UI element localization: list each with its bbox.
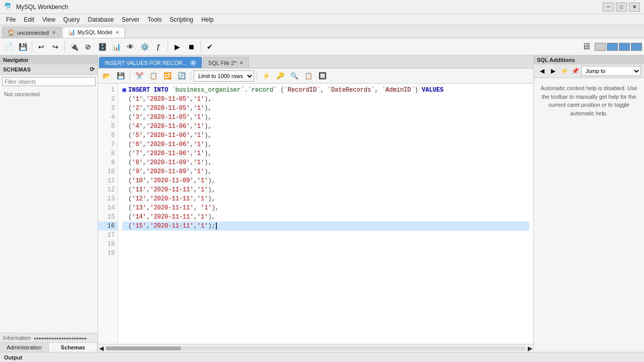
line-6: 6 [98,131,118,140]
qtb-redo-btn[interactable]: 📋 [147,70,160,82]
tb-close-conn-btn[interactable]: ⊘ [82,40,95,53]
sa-toggle-btn[interactable]: ⚡ [559,66,569,76]
query-tab-insert-close[interactable]: ✕ [190,60,196,66]
scroll-left-btn[interactable]: ◀ [99,345,104,352]
tab-unconnected[interactable]: 🏠 unconnected ✕ [2,27,61,38]
app-icon: 🐬 [4,3,13,12]
close-button[interactable]: ✕ [629,3,640,12]
tb-undo-btn[interactable]: ↩ [35,40,48,53]
qtb-exec-btn[interactable]: ⚡ [260,70,273,82]
schemas-title: SCHEMAS [3,66,31,73]
sidebar-tab-administration[interactable]: Administration [0,343,49,352]
tab-mysql-model[interactable]: 📊 MySQL Model ✕ [62,27,125,38]
qtb-format-btn[interactable]: 📋 [302,70,315,82]
code-line-5: ('4','2020-11-06','1'), [122,122,529,131]
tb-table-btn[interactable]: 📊 [110,40,123,53]
limit-rows-select[interactable]: Limit to 1000 rows No Limit Limit to 500… [194,70,254,82]
code-line-16: ('15','2020-11-11','1'); [122,222,529,231]
navigator-title: Navigator [3,57,29,63]
menu-view[interactable]: View [38,15,59,24]
code-line-6: ('5','2020-11-06','1'), [122,131,529,140]
query-tab-sql2-close[interactable]: ✕ [239,60,244,65]
sa-prev-btn[interactable]: ◀ [537,66,547,76]
query-tab-insert-label: INSERT VALUES FOR RECOR... [105,60,187,66]
minimize-button[interactable]: ─ [603,3,614,12]
line-3: 3 [98,104,118,113]
layout-btn-3[interactable] [619,43,630,51]
tab-home-icon: 🏠 [8,29,15,36]
filter-objects-input[interactable] [2,77,96,86]
menu-file[interactable]: File [2,15,20,24]
menu-query[interactable]: Query [59,15,84,24]
tab-mysql-model-close[interactable]: ✕ [115,30,119,35]
scroll-track[interactable] [106,346,526,350]
line-12: 12 [98,185,118,194]
tb-schema-btn[interactable]: 🗄️ [96,40,109,53]
monitor-icon: 🖥 [580,41,593,52]
code-line-1: INSERT INTO `business_organiser`.`record… [122,86,529,95]
line-7: 7 [98,140,118,149]
tb-save-btn[interactable]: 💾 [16,40,29,53]
main-toolbar: 📄 💾 ↩ ↪ 🔌 ⊘ 🗄️ 📊 👁 ⚙️ ƒ ▶ ⏹ ✔ 🖥 [0,38,644,55]
tab-model-icon: 📊 [68,29,75,36]
tb-open-conn-btn[interactable]: 🔌 [67,40,80,53]
code-line-12: ('11','2020-11-11','1'), [122,185,529,194]
schemas-refresh-icon[interactable]: ⟳ [90,66,95,73]
qtb-stop-exec-btn[interactable]: 🔑 [274,70,287,82]
menu-server[interactable]: Server [118,15,143,24]
sidebar-tab-schemas[interactable]: Schemas [49,343,98,352]
qtb-explain-btn[interactable]: 🔍 [288,70,301,82]
scroll-right-btn[interactable]: ▶ [528,345,532,352]
layout-btn-2[interactable] [607,43,618,51]
context-help-text: Automatic context help is disabled. Use … [534,78,644,123]
app-title: MySQL Workbench [16,4,603,11]
code-line-15: ('14','2020-11-11','1'), [122,212,529,222]
schemas-header: SCHEMAS ⟳ [0,64,98,75]
qtb-open-btn[interactable]: 📂 [100,70,113,82]
scroll-thumb[interactable] [106,346,181,350]
layout-btn-1[interactable] [595,43,606,51]
sa-next-btn[interactable]: ▶ [548,66,558,76]
code-line-8: ('7','2020-11-06','1'), [122,149,529,158]
qtb-reload-btn[interactable]: 🔄 [175,70,188,82]
tb-view-btn[interactable]: 👁 [124,40,137,53]
tb-new-file-btn[interactable]: 📄 [2,40,15,53]
tb-run-btn[interactable]: ▶ [171,40,184,53]
tab-unconnected-label: unconnected [17,30,49,36]
output-label: Output [4,354,22,360]
code-content[interactable]: INSERT INTO `business_organiser`.`record… [118,84,533,344]
menu-scripting[interactable]: Scripting [166,15,197,24]
information-header: Information ▸▸▸▸▸▸▸▸▸▸▸▸▸▸▸▸▸▸▸▸▸ [0,333,98,343]
tb-commit-btn[interactable]: ✔ [203,40,216,53]
editor-area: INSERT VALUES FOR RECOR... ✕ SQL File 2*… [98,55,533,352]
tab-unconnected-close[interactable]: ✕ [52,30,56,35]
title-bar: 🐬 MySQL Workbench ─ □ ✕ [0,0,644,14]
line-numbers: 1 2 3 4 5 6 7 8 9 10 11 12 13 14 15 16 1… [98,84,118,344]
qtb-refresh-btn[interactable]: 🔁 [161,70,174,82]
code-line-4: ('3','2020-11-05','1'), [122,113,529,122]
qtb-undo-btn[interactable]: ✂️ [133,70,146,82]
maximize-button[interactable]: □ [616,3,627,12]
menu-help[interactable]: Help [197,15,218,24]
tb-stop-btn[interactable]: ⏹ [185,40,198,53]
qtb-save-btn[interactable]: 💾 [114,70,127,82]
menu-database[interactable]: Database [84,15,118,24]
code-line-13: ('12','2020-11-11','1'), [122,194,529,203]
line-4: 4 [98,113,118,122]
layout-btn-4[interactable] [631,43,642,51]
line-17: 17 [98,231,118,240]
information-expand-icon: ▸▸▸▸▸▸▸▸▸▸▸▸▸▸▸▸▸▸▸▸▸ [34,335,87,341]
qtb-comment-btn[interactable]: 🔲 [316,70,329,82]
query-tab-insert[interactable]: INSERT VALUES FOR RECOR... ✕ [99,57,202,68]
menu-edit[interactable]: Edit [20,15,38,24]
tb-proc-btn[interactable]: ⚙️ [138,40,151,53]
menu-tools[interactable]: Tools [143,15,166,24]
query-tab-sql2[interactable]: SQL File 2* ✕ [203,57,249,68]
code-line-7: ('6','2020-11-06','1'), [122,140,529,149]
sa-pin-btn[interactable]: 📌 [570,66,580,76]
jump-to-select[interactable]: Jump to [581,66,641,76]
tb-redo-btn[interactable]: ↪ [49,40,62,53]
not-connected-label: Not connected [0,88,98,100]
tb-func-btn[interactable]: ƒ [152,40,165,53]
horizontal-scrollbar[interactable]: ◀ ▶ [98,344,533,352]
